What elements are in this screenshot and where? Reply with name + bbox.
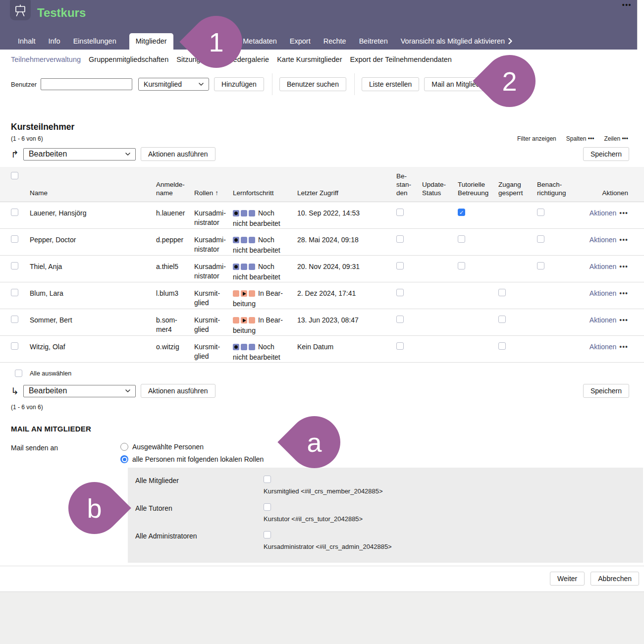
recipient-option: Ausgewählte Personen	[120, 443, 644, 451]
tutorial-support-checkbox[interactable]	[458, 209, 465, 216]
member-subtab[interactable]: Karte Kursmitglieder	[277, 55, 342, 63]
next-button[interactable]: Weiter	[550, 572, 585, 586]
row-actions-link[interactable]: Aktionen•••	[590, 209, 628, 228]
cell-name: Blum, Lara	[30, 289, 156, 309]
bulk-action-select-bottom[interactable]: Bearbeiten	[23, 385, 136, 397]
cell-role: Kursmit- glied	[194, 289, 233, 309]
col-header-update[interactable]: Update- Status	[422, 180, 458, 197]
course-tab[interactable]: Beitreten	[359, 37, 388, 50]
course-tab[interactable]: Mitglieder	[129, 33, 173, 50]
member-subtabs: Teilnehmerverwaltung Gruppenmitgliedscha…	[0, 50, 644, 69]
course-tab[interactable]: Rechte	[323, 37, 346, 50]
course-tab[interactable]: Einstellungen	[73, 37, 116, 50]
row-select-checkbox[interactable]	[11, 235, 18, 243]
notification-checkbox[interactable]	[537, 209, 544, 216]
access-blocked-checkbox[interactable]	[498, 342, 506, 350]
row-actions-link[interactable]: Aktionen•••	[590, 235, 628, 255]
col-header-roles[interactable]: Rollen↑	[194, 189, 233, 197]
notification-checkbox[interactable]	[537, 235, 544, 243]
notification-checkbox[interactable]	[537, 262, 544, 269]
show-filter-link[interactable]: Filter anzeigen	[517, 135, 556, 142]
course-tab[interactable]: Metadaten	[243, 37, 277, 50]
table-row: Lauener, Hansjörg h.lauener Kursadmi- ni…	[0, 202, 644, 229]
passed-checkbox[interactable]	[396, 235, 404, 243]
user-input[interactable]	[41, 78, 132, 90]
search-users-button[interactable]: Benutzer suchen	[279, 77, 346, 91]
cell-role: Kursmit- glied	[194, 342, 233, 362]
col-header-blocked[interactable]: Zugang gesperrt	[498, 180, 537, 197]
participants-title: Kursteilnehmer	[11, 122, 644, 132]
cell-role: Kursadmi- nistrator	[194, 209, 233, 228]
row-actions-link[interactable]: Aktionen•••	[590, 289, 628, 309]
passed-checkbox[interactable]	[396, 316, 404, 323]
passed-checkbox[interactable]	[396, 262, 404, 269]
cancel-button[interactable]: Abbrechen	[590, 572, 639, 586]
access-blocked-checkbox[interactable]	[498, 289, 506, 296]
col-header-login[interactable]: Anmelde- name	[156, 180, 194, 197]
row-select-checkbox[interactable]	[11, 342, 18, 350]
role-checkbox[interactable]	[264, 476, 271, 483]
select-all-header-checkbox[interactable]	[11, 172, 18, 179]
bulk-action-select[interactable]: Bearbeiten	[23, 148, 136, 161]
progress-square-icon	[233, 210, 239, 216]
passed-checkbox[interactable]	[396, 342, 404, 350]
add-user-button[interactable]: Hinzufügen	[214, 77, 264, 91]
select-all-checkbox[interactable]	[15, 370, 22, 377]
page-footer	[0, 591, 644, 644]
overflow-menu-icon[interactable]: •••	[622, 1, 632, 9]
cell-last-access: 13. Jun 2023, 08:47	[297, 316, 396, 335]
tutorial-support-checkbox[interactable]	[458, 235, 465, 243]
col-header-progress[interactable]: Lernfortschritt	[233, 189, 297, 197]
col-header-access[interactable]: Letzter Zugriff	[297, 189, 396, 197]
recipient-option-label: alle Personen mit folgenden lokalen Roll…	[132, 455, 264, 463]
bulk-actions-top: ↱ Bearbeiten Aktionen ausführen Speicher…	[11, 147, 629, 161]
passed-checkbox[interactable]	[396, 209, 404, 216]
role-row: Alle Administratoren Kursadministrator <…	[135, 531, 643, 550]
access-blocked-checkbox[interactable]	[498, 316, 506, 323]
progress-square-icon	[241, 264, 247, 270]
role-select[interactable]: Kursmitglied	[138, 78, 209, 91]
member-subtab[interactable]: Gruppenmitgliedschaften	[89, 55, 168, 63]
row-actions-link[interactable]: Aktionen•••	[590, 262, 628, 282]
save-button-bottom[interactable]: Speichern	[583, 384, 629, 398]
role-select-value: Kursmitglied	[144, 80, 182, 88]
row-select-checkbox[interactable]	[11, 262, 18, 269]
tutorial-support-checkbox[interactable]	[458, 262, 465, 269]
col-header-tutor[interactable]: Tutorielle Betreuung	[458, 180, 498, 197]
cell-learning-progress: Noch nicht bearbeitet	[233, 209, 297, 228]
progress-square-icon	[241, 210, 247, 216]
cell-learning-progress: Noch nicht bearbeitet	[233, 342, 297, 362]
passed-checkbox[interactable]	[396, 289, 404, 296]
role-checkbox-panel: Alle Mitglieder Kursmitglied <#il_crs_me…	[128, 468, 643, 563]
rows-menu-link[interactable]: Zeilen •••	[604, 135, 628, 142]
member-subtab[interactable]: Export der Teilnehmendendaten	[350, 55, 452, 63]
cell-update-status	[422, 209, 458, 228]
role-checkbox[interactable]	[264, 531, 271, 538]
course-tab[interactable]: Inhalt	[18, 37, 35, 50]
col-header-name[interactable]: Name	[30, 189, 156, 197]
role-checkbox[interactable]	[264, 503, 271, 511]
course-tab[interactable]: Voransicht als Mitglied aktivieren	[401, 37, 512, 50]
columns-menu-link[interactable]: Spalten •••	[566, 135, 594, 142]
row-select-checkbox[interactable]	[11, 316, 18, 323]
recipient-option: alle Personen mit folgenden lokalen Roll…	[120, 455, 644, 463]
row-select-checkbox[interactable]	[11, 289, 18, 296]
col-header-notify[interactable]: Benach- richtigung	[537, 180, 587, 197]
course-tab[interactable]: Info	[48, 37, 60, 50]
chevron-right-icon	[508, 38, 512, 44]
execute-actions-button[interactable]: Aktionen ausführen	[141, 147, 215, 161]
form-divider	[0, 566, 644, 566]
recipient-radio[interactable]	[120, 455, 128, 463]
progress-square-icon	[233, 264, 239, 270]
recipient-radio[interactable]	[120, 443, 128, 451]
col-header-passed[interactable]: Be- stan- den	[396, 172, 422, 197]
cell-login: h.lauener	[156, 209, 194, 228]
execute-actions-button-bottom[interactable]: Aktionen ausführen	[141, 384, 215, 398]
member-subtab[interactable]: Teilnehmerverwaltung	[11, 55, 81, 63]
row-actions-link[interactable]: Aktionen•••	[590, 316, 628, 335]
save-button[interactable]: Speichern	[583, 147, 629, 161]
create-list-button[interactable]: Liste erstellen	[362, 77, 419, 91]
row-select-checkbox[interactable]	[11, 209, 18, 216]
course-tab[interactable]: Export	[290, 37, 311, 50]
row-actions-link[interactable]: Aktionen•••	[590, 342, 628, 362]
